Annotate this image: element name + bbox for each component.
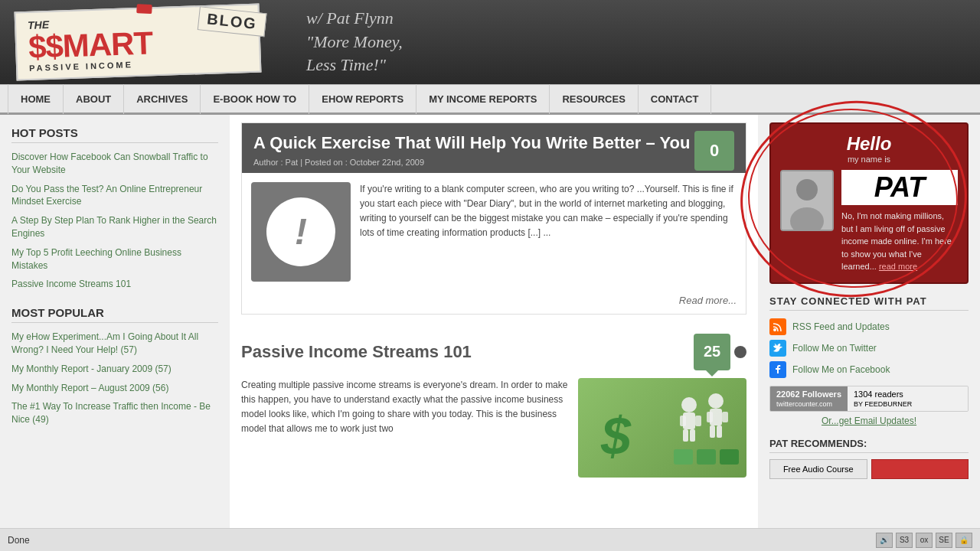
facebook-item[interactable]: Follow Me on Facebook	[769, 361, 969, 378]
article-1: A Quick Exercise That Will Help You Writ…	[241, 122, 746, 315]
mouse-cursor-icon	[734, 346, 746, 358]
nav-ehow[interactable]: EHOW REPORTS	[309, 83, 416, 114]
hello-box: Hello my name is PAT No, I'm not making …	[769, 122, 969, 284]
readers-count: 1304 readers BY FEEDBURNER	[848, 386, 968, 411]
nav-ebook[interactable]: E-BOOK HOW TO	[201, 83, 309, 114]
recommend-btn-2[interactable]	[871, 459, 969, 479]
nav-resources[interactable]: RESOURCES	[550, 83, 638, 114]
article-2-text: Creating multiple passive income streams…	[241, 378, 569, 478]
footer-icon-5: 🔒	[956, 533, 972, 548]
stay-connected-section: STAY CONNECTED WITH PAT RSS Feed and Upd…	[769, 295, 969, 426]
svg-rect-15	[720, 449, 739, 465]
hot-posts-title: HOT POSTS	[11, 126, 218, 143]
svg-point-17	[796, 179, 818, 201]
footer-icon-2: S3	[896, 533, 913, 548]
popular-2[interactable]: My Monthly Report - January 2009 (57)	[11, 363, 218, 376]
hello-content: PAT No, I'm not making millions, but I a…	[780, 170, 958, 273]
svg-point-7	[708, 393, 724, 409]
read-more-link-1[interactable]: Read more...	[679, 295, 737, 306]
nav-archives[interactable]: ARCHIVES	[124, 83, 201, 114]
pat-info: PAT No, I'm not making millions, but I a…	[841, 170, 958, 273]
logo-box: THE $$MART PASSIVE INCOME BLOG	[15, 3, 262, 80]
svg-rect-3	[680, 416, 686, 426]
article-1-text: If you're writing to a blank computer sc…	[360, 182, 737, 282]
hot-post-4[interactable]: My Top 5 Profit Leeching Online Business…	[11, 246, 218, 272]
hot-post-3[interactable]: A Step By Step Plan To Rank Higher in th…	[11, 214, 218, 240]
twitter-icon	[769, 340, 786, 357]
article-2-title[interactable]: Passive Income Streams 101	[241, 342, 686, 362]
svg-rect-4	[695, 416, 701, 426]
recommends-title: PAT RECOMMENDS:	[769, 438, 969, 453]
logo-smart: $$MART	[28, 27, 152, 64]
article-2-comment-badge[interactable]: 25	[694, 334, 730, 370]
svg-rect-10	[722, 412, 728, 422]
hot-post-2[interactable]: Do You Pass the Test? An Online Entrepre…	[11, 183, 218, 209]
recommend-btn-1[interactable]: Free Audio Course	[769, 459, 867, 479]
nav-income[interactable]: MY INCOME REPORTS	[416, 83, 550, 114]
article-1-thumbnail: !	[251, 182, 351, 282]
pat-read-more-link[interactable]: read more	[879, 262, 917, 271]
email-updates-link[interactable]: Or...get Email Updates!	[769, 416, 969, 426]
left-sidebar: HOT POSTS Discover How Facebook Can Snow…	[0, 115, 230, 528]
stay-connected-title: STAY CONNECTED WITH PAT	[769, 295, 969, 311]
hot-post-5[interactable]: Passive Income Streams 101	[11, 278, 218, 291]
tagline-line1: w/ Pat Flynn	[306, 8, 394, 28]
article-1-comment-badge[interactable]: 0	[694, 131, 734, 171]
footer-bar: Done 🔊 S3 ox SE 🔒	[0, 528, 980, 551]
followers-number: 22062	[776, 390, 800, 399]
popular-1[interactable]: My eHow Experiment...Am I Going About It…	[11, 331, 218, 357]
readers-label: BY FEEDBURNER	[854, 400, 912, 408]
followers-label: Followers	[802, 390, 841, 399]
nav-about[interactable]: ABOUT	[64, 83, 124, 114]
dollar-sign: $	[28, 28, 46, 65]
logo-area: THE $$MART PASSIVE INCOME BLOG	[15, 8, 260, 77]
article-2-illustration: $	[590, 382, 743, 474]
pat-recommends-section: PAT RECOMMENDS: Free Audio Course	[769, 438, 969, 479]
most-popular-title: MOST POPULAR	[11, 306, 218, 323]
article-2-header: Passive Income Streams 101 25	[241, 334, 746, 370]
footer-icon-3: ox	[916, 533, 933, 548]
facebook-icon	[769, 361, 786, 378]
recommend-buttons: Free Audio Course	[769, 459, 969, 479]
followers-count: 22062 Followers twittercounter.com	[770, 386, 848, 411]
hello-sub: my name is	[780, 155, 958, 164]
nav-home[interactable]: HOME	[8, 83, 64, 114]
svg-rect-6	[690, 429, 695, 442]
status-text: Done	[8, 535, 876, 546]
tagline-line3: Less Time!"	[306, 55, 386, 74]
nav-contact[interactable]: CONTACT	[639, 83, 712, 114]
pat-avatar-image	[782, 171, 832, 230]
logo-blog: BLOG	[198, 6, 267, 37]
footer-icons: 🔊 S3 ox SE 🔒	[876, 533, 972, 548]
readers-number: 1304 readers	[854, 390, 903, 399]
followers-site: twittercounter.com	[776, 400, 832, 408]
rss-item[interactable]: RSS Feed and Updates	[769, 318, 969, 335]
svg-text:$: $	[600, 406, 632, 466]
speech-bubble-icon: !	[266, 197, 335, 266]
twitter-item[interactable]: Follow Me on Twitter	[769, 340, 969, 357]
article-2-body: Creating multiple passive income streams…	[241, 378, 746, 478]
svg-rect-5	[683, 429, 688, 442]
article-1-meta: Author : Pat | Posted on : October 22nd,…	[253, 158, 734, 167]
most-popular-section: MOST POPULAR My eHow Experiment...Am I G…	[11, 306, 218, 426]
header: THE $$MART PASSIVE INCOME BLOG w/ Pat Fl…	[0, 0, 980, 84]
article-1-read-more: Read more...	[242, 291, 746, 314]
svg-rect-9	[707, 412, 713, 422]
right-sidebar: Hello my name is PAT No, I'm not making …	[758, 115, 980, 528]
svg-rect-14	[697, 449, 716, 465]
article-1-header: A Quick Exercise That Will Help You Writ…	[242, 123, 746, 173]
svg-point-1	[681, 397, 697, 412]
pat-name-large: PAT	[841, 170, 958, 205]
popular-3[interactable]: My Monthly Report – August 2009 (56)	[11, 382, 218, 395]
article-1-body: ! If you're writing to a blank computer …	[242, 173, 746, 291]
svg-point-19	[773, 328, 776, 331]
popular-4[interactable]: The #1 Way To Increase Traffic then Inco…	[11, 400, 218, 426]
tagline-text: w/ Pat Flynn "More Money, Less Time!"	[306, 7, 403, 77]
followers-bar: 22062 Followers twittercounter.com 1304 …	[769, 386, 969, 412]
footer-icon-4: SE	[936, 533, 952, 548]
article-1-title: A Quick Exercise That Will Help You Writ…	[253, 132, 734, 155]
logo-inner: THE $$MART PASSIVE INCOME	[28, 15, 153, 73]
hot-posts-section: HOT POSTS Discover How Facebook Can Snow…	[11, 126, 218, 291]
hot-post-1[interactable]: Discover How Facebook Can Snowball Traff…	[11, 151, 218, 177]
svg-rect-11	[710, 425, 715, 438]
